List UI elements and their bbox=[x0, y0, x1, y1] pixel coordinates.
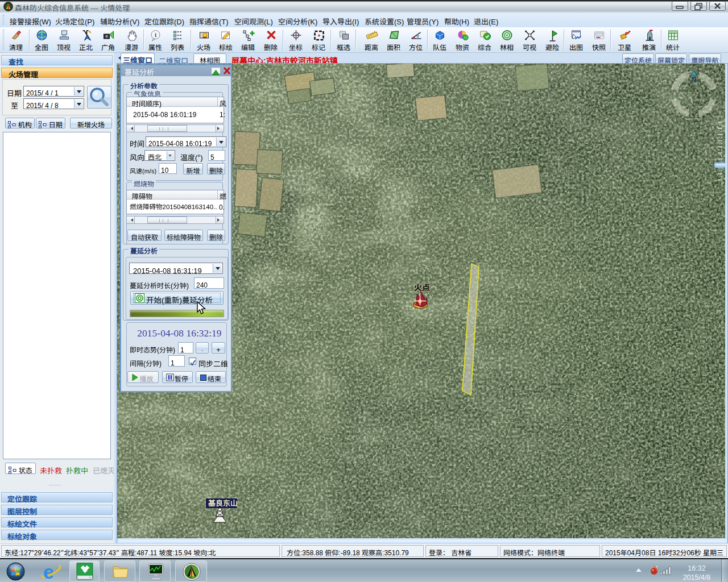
svg-text:i: i bbox=[154, 31, 156, 38]
svg-text:N: N bbox=[691, 73, 696, 84]
svg-text:基良东山: 基良东山 bbox=[208, 497, 238, 508]
svg-text:火点: 火点 bbox=[414, 281, 430, 293]
svg-text:e: e bbox=[43, 562, 54, 582]
svg-text:α: α bbox=[416, 34, 419, 39]
